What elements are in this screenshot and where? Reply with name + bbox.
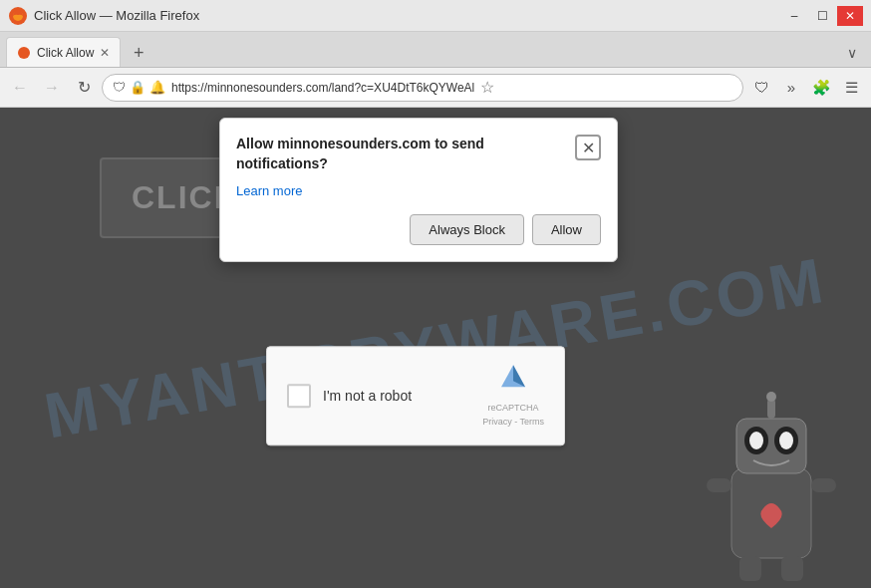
close-icon: ✕: [582, 139, 595, 157]
url-icons: 🛡 🔒 🔔: [113, 80, 165, 95]
reload-button[interactable]: ↻: [70, 74, 98, 102]
tab-favicon-icon: [17, 46, 31, 60]
tab-label: Click Allow: [37, 46, 94, 60]
recaptcha-label: I'm not a robot: [323, 388, 470, 404]
lock-icon: 🔒: [130, 80, 145, 95]
menu-button[interactable]: ☰: [837, 74, 865, 102]
toolbar-icons: 🛡 » 🧩 ☰: [747, 74, 865, 102]
url-bar[interactable]: 🛡 🔒 🔔 https://minnonesounders.com/land?c…: [102, 74, 743, 102]
svg-rect-11: [739, 556, 761, 581]
popup-buttons: Always Block Allow: [236, 214, 601, 245]
firefox-logo-icon: [8, 6, 28, 26]
svg-point-2: [18, 47, 30, 59]
recaptcha-logo-area: reCAPTCHA Privacy - Terms: [482, 364, 544, 429]
popup-title: Allow minnonesounders.com to send notifi…: [236, 135, 555, 173]
active-tab[interactable]: Click Allow ✕: [6, 37, 121, 67]
titlebar-left: Click Allow — Mozilla Firefox: [8, 6, 259, 26]
extensions-button[interactable]: 🧩: [807, 74, 835, 102]
learn-more-link[interactable]: Learn more: [236, 183, 302, 198]
always-block-label: Always Block: [429, 222, 505, 237]
tab-close-button[interactable]: ✕: [100, 46, 110, 60]
bookmark-star-icon[interactable]: ☆: [480, 78, 494, 97]
svg-point-7: [749, 432, 763, 449]
svg-point-10: [766, 392, 776, 402]
url-text: https://minnonesounders.com/land?c=XU4Dt…: [171, 81, 474, 95]
recaptcha-brand-text: reCAPTCHA: [488, 404, 539, 416]
recaptcha-sub-text: Privacy - Terms: [482, 417, 544, 429]
back-button[interactable]: ←: [6, 74, 34, 102]
page-content: MYANTISPYWARE.COM CLICK A I'm not a robo…: [0, 108, 871, 588]
svg-rect-13: [707, 478, 731, 492]
recaptcha-checkbox[interactable]: [287, 384, 311, 408]
recaptcha-logo-icon: [497, 364, 529, 402]
popup-header: Allow minnonesounders.com to send notifi…: [236, 135, 601, 173]
notification-popup: Allow minnonesounders.com to send notifi…: [219, 118, 618, 262]
notification-icon: 🔔: [149, 80, 165, 95]
close-window-button[interactable]: ✕: [837, 6, 863, 26]
minimize-button[interactable]: –: [781, 6, 807, 26]
pocket-button[interactable]: 🛡: [747, 74, 775, 102]
popup-close-button[interactable]: ✕: [575, 135, 601, 160]
titlebar-controls: – ☐ ✕: [781, 6, 863, 26]
robot-mascot: [702, 389, 841, 588]
svg-point-8: [779, 432, 793, 449]
new-tab-button[interactable]: +: [125, 39, 152, 67]
svg-rect-12: [781, 556, 803, 581]
maximize-button[interactable]: ☐: [809, 6, 835, 26]
robot-mascot-icon: [702, 389, 841, 588]
always-block-button[interactable]: Always Block: [410, 214, 524, 245]
more-tools-button[interactable]: »: [777, 74, 805, 102]
addressbar: ← → ↻ 🛡 🔒 🔔 https://minnonesounders.com/…: [0, 68, 871, 108]
forward-button[interactable]: →: [38, 74, 66, 102]
titlebar: Click Allow — Mozilla Firefox – ☐ ✕: [0, 0, 871, 32]
tabbar: Click Allow ✕ + ∨: [0, 32, 871, 68]
svg-rect-14: [811, 478, 836, 492]
recaptcha-box: I'm not a robot reCAPTCHA Privacy - Term…: [266, 347, 565, 445]
tab-expand-button[interactable]: ∨: [839, 39, 865, 67]
shield-icon: 🛡: [113, 80, 126, 95]
window-title: Click Allow — Mozilla Firefox: [34, 8, 199, 23]
allow-label: Allow: [551, 222, 582, 237]
allow-button[interactable]: Allow: [532, 214, 601, 245]
